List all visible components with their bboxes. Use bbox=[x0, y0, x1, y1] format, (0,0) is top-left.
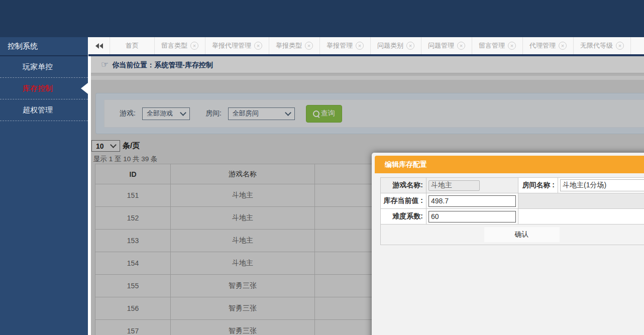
tab-label: 留言管理 bbox=[479, 41, 505, 50]
tab[interactable]: 问题类别× bbox=[371, 37, 421, 54]
tab[interactable]: 举报代理管理× bbox=[205, 37, 269, 54]
difficulty-input[interactable] bbox=[428, 211, 516, 222]
edit-inventory-dialog: 编辑库存配置 游戏名称: 房间名称 : 库存当前值 : bbox=[372, 153, 644, 335]
tab-close-icon[interactable]: × bbox=[190, 42, 198, 50]
tab-close-icon[interactable]: × bbox=[305, 42, 313, 50]
tab-label: 举报类型 bbox=[276, 41, 302, 50]
tab[interactable]: 留言类型× bbox=[155, 37, 205, 54]
sidebar-title: 控制系统 bbox=[0, 37, 88, 56]
tab[interactable]: 无限代等级× bbox=[574, 37, 631, 54]
difficulty-label: 难度系数: bbox=[381, 209, 426, 225]
game-name-input[interactable] bbox=[428, 180, 480, 191]
room-name-label: 房间名称 : bbox=[518, 178, 558, 193]
room-name-input[interactable] bbox=[560, 179, 644, 191]
collapse-tabs-button[interactable] bbox=[88, 37, 110, 54]
sidebar-item-label: 玩家单控 bbox=[23, 62, 53, 71]
sidebar-menu: 玩家单控库存控制超权管理 bbox=[0, 56, 88, 121]
tab-label: 无限代等级 bbox=[580, 41, 613, 50]
double-left-arrow-icon bbox=[95, 43, 103, 49]
sidebar-item-label: 库存控制 bbox=[23, 84, 53, 92]
sidebar: 控制系统 玩家单控库存控制超权管理 bbox=[0, 37, 88, 335]
tabs: 首页留言类型×举报代理管理×举报类型×举报管理×问题类别×问题管理×留言管理×代… bbox=[110, 37, 631, 54]
tab[interactable]: 举报管理× bbox=[320, 37, 371, 54]
tab-label: 代理管理 bbox=[529, 41, 556, 50]
tab[interactable]: 代理管理× bbox=[523, 37, 574, 54]
tab[interactable]: 留言管理× bbox=[472, 37, 523, 54]
empty-cell bbox=[518, 209, 644, 225]
top-bar bbox=[0, 0, 644, 37]
game-name-label: 游戏名称: bbox=[381, 178, 426, 193]
tab-close-icon[interactable]: × bbox=[406, 42, 414, 50]
sidebar-item[interactable]: 库存控制 bbox=[0, 78, 88, 99]
tab-close-icon[interactable]: × bbox=[616, 42, 624, 50]
tab-close-icon[interactable]: × bbox=[508, 42, 516, 50]
tab-label: 举报代理管理 bbox=[212, 41, 251, 50]
tab-close-icon[interactable]: × bbox=[559, 42, 567, 50]
dialog-title: 编辑库存配置 bbox=[375, 156, 644, 173]
tab[interactable]: 举报类型× bbox=[269, 37, 320, 54]
app-window: 控制系统 玩家单控库存控制超权管理 首页留言类型×举报代理管理×举报类型×举报管… bbox=[0, 0, 644, 335]
confirm-button[interactable]: 确认 bbox=[484, 227, 560, 242]
dialog-form: 游戏名称: 房间名称 : 库存当前值 : bbox=[380, 177, 644, 245]
tab-label: 问题管理 bbox=[428, 41, 454, 50]
sidebar-item-label: 超权管理 bbox=[23, 105, 53, 114]
empty-cell bbox=[518, 193, 644, 209]
content-frame: ☞你当前位置：系统管理-库存控制 游戏: 全部游戏 房间: 全部房间 bbox=[91, 56, 644, 335]
main-area: 首页留言类型×举报代理管理×举报类型×举报管理×问题类别×问题管理×留言管理×代… bbox=[88, 37, 644, 335]
active-item-arrow-icon bbox=[81, 83, 88, 94]
tab-close-icon[interactable]: × bbox=[356, 42, 364, 50]
tab-bar: 首页留言类型×举报代理管理×举报类型×举报管理×问题类别×问题管理×留言管理×代… bbox=[88, 37, 644, 56]
tab[interactable]: 问题管理× bbox=[421, 37, 472, 54]
tab-label: 首页 bbox=[126, 41, 139, 50]
tab-label: 留言类型 bbox=[161, 41, 187, 50]
stock-value-input[interactable] bbox=[428, 195, 516, 207]
tab-close-icon[interactable]: × bbox=[254, 42, 262, 50]
tab-label: 举报管理 bbox=[327, 41, 353, 50]
tab[interactable]: 首页 bbox=[110, 37, 155, 54]
stock-value-label: 库存当前值 : bbox=[381, 193, 426, 209]
tab-close-icon[interactable]: × bbox=[457, 42, 465, 50]
sidebar-item[interactable]: 玩家单控 bbox=[0, 56, 88, 78]
tab-label: 问题类别 bbox=[377, 41, 403, 50]
sidebar-item[interactable]: 超权管理 bbox=[0, 99, 88, 121]
